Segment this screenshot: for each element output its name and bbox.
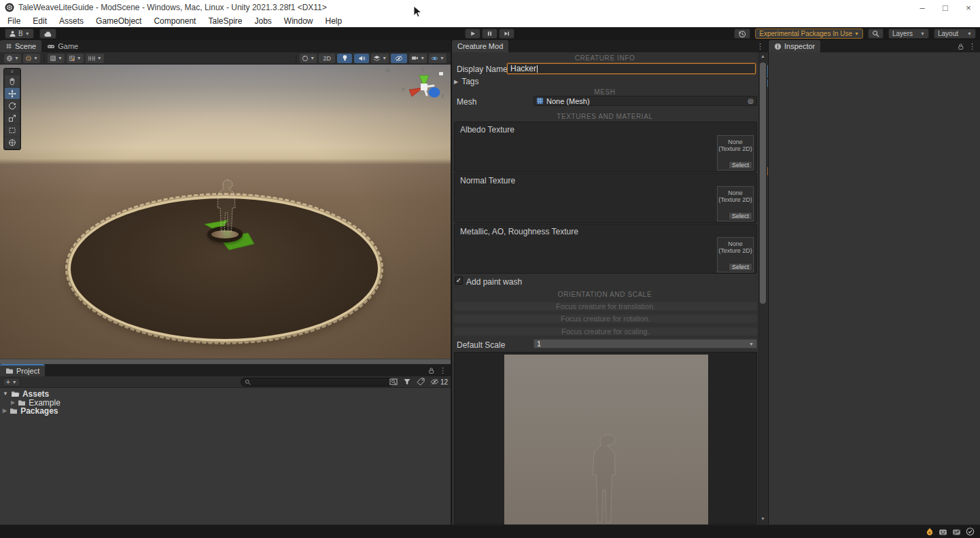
scrollbar-down-icon[interactable]: ▼ [758, 516, 767, 521]
menu-item-file[interactable]: File [1, 15, 27, 27]
grid-visibility-dropdown[interactable]: ▼ [48, 54, 65, 63]
create-asset-button[interactable]: + ▼ [3, 378, 20, 387]
lock-icon[interactable] [957, 43, 964, 50]
palette-drag-handle[interactable]: ≡ [4, 69, 20, 75]
orientation-gizmo[interactable]: y x z [402, 67, 446, 106]
mesh-object-field[interactable]: None (Mesh) ◎ [533, 96, 757, 106]
focus-translation-button[interactable]: Focus creature for translation. [454, 302, 757, 310]
search-button[interactable] [868, 29, 883, 39]
select-button[interactable]: Select [729, 161, 752, 169]
menu-item-window[interactable]: Window [278, 15, 319, 27]
rect-tool[interactable] [5, 124, 20, 136]
overlay-menu-icon[interactable]: ≡ [386, 67, 390, 74]
play-button[interactable] [465, 29, 480, 39]
layers-dropdown[interactable]: Layers ▼ [888, 29, 929, 39]
scrollbar-thumb[interactable] [760, 62, 766, 304]
gizmo-axis-x[interactable]: x [402, 86, 405, 92]
shading-mode-dropdown[interactable]: ▼ [300, 54, 317, 63]
hidden-count-label: 12 [440, 378, 448, 386]
scene-viewport[interactable]: ≡ ≡ [0, 65, 451, 359]
tab-scene[interactable]: Scene [0, 40, 41, 52]
draw-mode-dropdown[interactable]: ▼ [4, 54, 21, 63]
filter-by-type-icon[interactable] [403, 378, 411, 386]
creature-preview-box[interactable] [454, 352, 757, 524]
layout-dropdown[interactable]: Layout ▼ [934, 29, 976, 39]
menu-item-component[interactable]: Component [147, 15, 202, 27]
gizmos-dropdown[interactable]: ▼ [429, 54, 447, 63]
normal-texture-slot[interactable]: None (Texture 2D) Select [717, 186, 754, 221]
lighting-toggle[interactable] [337, 54, 352, 63]
tree-item-assets[interactable]: ▼ Assets [3, 389, 49, 398]
account-button[interactable]: B ▼ [5, 29, 34, 39]
select-button[interactable]: Select [729, 212, 752, 220]
cache-server-icon[interactable] [939, 528, 947, 536]
kebab-menu-icon[interactable]: ⋮ [968, 43, 976, 50]
default-scale-dropdown[interactable]: 1 ▼ [533, 339, 757, 348]
rotate-tool[interactable] [5, 100, 20, 111]
effects-dropdown[interactable]: ▼ [371, 54, 389, 63]
project-search-field[interactable] [241, 378, 394, 387]
mode-2d-button[interactable]: 2D [319, 54, 335, 63]
search-input[interactable] [253, 378, 375, 386]
foldout-closed-icon[interactable]: ▶ [3, 408, 7, 414]
tab-inspector[interactable]: Inspector [769, 40, 820, 52]
creature-mod-tab-label: Creature Mod [457, 42, 503, 50]
experimental-packages-button[interactable]: Experimental Packages In Use ▼ [755, 29, 863, 39]
minimize-button[interactable]: – [911, 0, 934, 15]
scene-bottom-scrollbar[interactable] [0, 359, 451, 364]
menu-item-assets[interactable]: Assets [53, 15, 90, 27]
focus-rotation-button[interactable]: Focus creature for rotation. [454, 315, 757, 323]
gamepad-icon [47, 43, 55, 50]
snap-increment-dropdown[interactable]: ▼ [86, 54, 104, 63]
metallic-texture-slot[interactable]: None (Texture 2D) Select [717, 237, 754, 272]
cloud-button[interactable] [39, 29, 56, 39]
info-icon [774, 43, 782, 50]
tab-game[interactable]: Game [41, 40, 84, 52]
collab-disabled-icon[interactable] [952, 528, 961, 536]
object-picker-icon[interactable]: ◎ [748, 97, 754, 105]
open-in-search-icon[interactable] [389, 378, 398, 386]
audio-toggle[interactable] [354, 54, 369, 63]
undo-history-button[interactable] [734, 29, 750, 39]
kebab-menu-icon[interactable]: ⋮ [439, 367, 447, 374]
kebab-menu-icon[interactable]: ⋮ [756, 43, 764, 50]
lock-icon[interactable] [427, 367, 435, 374]
menu-item-talespire[interactable]: TaleSpire [202, 15, 248, 27]
package-alert-icon[interactable] [925, 527, 934, 536]
chevron-down-icon: ▼ [920, 31, 925, 36]
display-name-input[interactable]: Hacker [507, 63, 756, 74]
hidden-objects-toggle[interactable] [391, 54, 407, 63]
paint-wash-checkbox[interactable]: ✓ [455, 276, 463, 285]
scale-tool[interactable] [5, 112, 20, 124]
grid-snap-dropdown[interactable]: ▼ [67, 54, 84, 63]
pause-button[interactable] [482, 29, 497, 39]
menu-item-help[interactable]: Help [319, 15, 349, 27]
menu-item-jobs[interactable]: Jobs [248, 15, 277, 27]
camera-dropdown[interactable]: ▼ [409, 54, 427, 63]
transform-tool[interactable] [5, 137, 20, 148]
foldout-open-icon[interactable]: ▼ [3, 391, 8, 397]
step-button[interactable] [499, 29, 514, 39]
menu-item-gameobject[interactable]: GameObject [90, 15, 147, 27]
select-button[interactable]: Select [729, 263, 752, 271]
tab-project[interactable]: Project [0, 364, 45, 376]
hidden-packages-counter[interactable]: 12 [430, 378, 448, 386]
close-button[interactable]: × [957, 0, 980, 15]
maximize-button[interactable]: □ [934, 0, 957, 15]
gizmo-axis-y[interactable]: y [421, 65, 425, 72]
filter-by-label-icon[interactable] [417, 378, 425, 386]
gizmo-axis-z[interactable]: z [441, 92, 444, 99]
move-tool[interactable] [5, 88, 20, 99]
texture-type-label: (Texture 2D) [718, 145, 753, 152]
tab-creature-mod[interactable]: Creature Mod [452, 40, 508, 52]
hand-tool[interactable] [5, 75, 20, 87]
albedo-texture-slot[interactable]: None (Texture 2D) Select [717, 135, 754, 171]
tree-item-packages[interactable]: ▶ Packages [3, 406, 58, 415]
focus-scaling-button[interactable]: Focus creature for scaling. [454, 327, 757, 336]
scene-visibility-dropdown[interactable]: ▼ [23, 54, 40, 63]
progress-done-icon[interactable] [966, 527, 975, 536]
foldout-closed-icon[interactable]: ▶ [11, 399, 15, 406]
scrollbar-up-icon[interactable]: ▲ [758, 54, 767, 58]
tags-foldout[interactable]: ▶ Tags [454, 77, 479, 86]
menu-item-edit[interactable]: Edit [27, 15, 53, 27]
